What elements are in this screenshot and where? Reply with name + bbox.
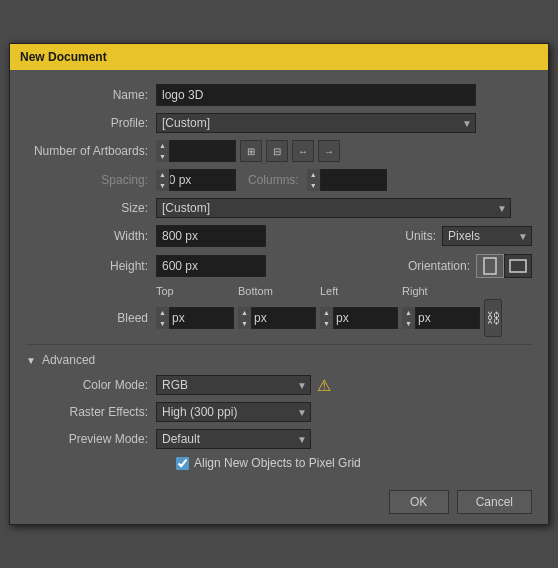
advanced-toggle[interactable]: ▼ Advanced	[26, 353, 532, 367]
units-select[interactable]: PixelsInchesCentimetersMillimetersPoints	[442, 226, 532, 246]
units-label: Units:	[405, 229, 436, 243]
size-row: Size: [Custom]LetterA4A31024x768 ▼	[26, 198, 532, 218]
height-label: Height:	[26, 259, 156, 273]
columns-label: Columns:	[248, 173, 299, 187]
raster-select[interactable]: Screen (72 ppi)Medium (150 ppi)High (300…	[156, 402, 311, 422]
arrange-by-row-button[interactable]: ↔	[292, 140, 314, 162]
align-checkbox[interactable]	[176, 457, 189, 470]
footer-row: OK Cancel	[26, 482, 532, 514]
landscape-button[interactable]	[504, 254, 532, 278]
name-row: Name:	[26, 84, 532, 106]
columns-stepper-btns: ▲ ▼	[307, 169, 321, 191]
advanced-section: ▼ Advanced Color Mode: RGBCMYK ▼ ⚠ Raste…	[26, 344, 532, 470]
bleed-left-col-label: Left	[320, 285, 402, 297]
landscape-icon	[509, 259, 527, 273]
bleed-right-decrement[interactable]: ▼	[402, 318, 415, 329]
columns-decrement-button[interactable]: ▼	[307, 180, 320, 191]
cancel-button[interactable]: Cancel	[457, 490, 532, 514]
spacing-decrement-button[interactable]: ▼	[156, 180, 169, 191]
color-mode-row: Color Mode: RGBCMYK ▼ ⚠	[46, 375, 532, 395]
align-checkbox-label: Align New Objects to Pixel Grid	[194, 456, 361, 470]
size-select-wrap: [Custom]LetterA4A31024x768 ▼	[156, 198, 511, 218]
bleed-bottom-decrement[interactable]: ▼	[238, 318, 251, 329]
profile-label: Profile:	[26, 116, 156, 130]
bleed-top-col-label: Top	[156, 285, 238, 297]
ok-button[interactable]: OK	[389, 490, 449, 514]
bleed-inputs-row: Bleed ▲ ▼ ▲ ▼	[26, 299, 532, 337]
advanced-triangle-icon: ▼	[26, 355, 36, 366]
svg-rect-1	[510, 260, 526, 272]
bleed-section: Top Bottom Left Right Bleed ▲ ▼	[26, 285, 532, 337]
orientation-group: Orientation:	[408, 254, 532, 278]
bleed-right-wrap: ▲ ▼	[402, 307, 480, 329]
bleed-right-col-label: Right	[402, 285, 484, 297]
bleed-top-increment[interactable]: ▲	[156, 307, 169, 318]
raster-label: Raster Effects:	[46, 405, 156, 419]
portrait-icon	[483, 257, 497, 275]
bleed-label: Bleed	[26, 311, 156, 325]
height-orientation-row: Height: Orientation:	[26, 254, 532, 278]
new-document-dialog: New Document Name: Profile: [Custom]Prin…	[9, 43, 549, 525]
bleed-left-decrement[interactable]: ▼	[320, 318, 333, 329]
spacing-label: Spacing:	[26, 173, 156, 187]
size-select[interactable]: [Custom]LetterA4A31024x768	[156, 198, 511, 218]
align-checkbox-row: Align New Objects to Pixel Grid	[176, 456, 532, 470]
bleed-top-wrap: ▲ ▼	[156, 307, 234, 329]
raster-select-wrap: Screen (72 ppi)Medium (150 ppi)High (300…	[156, 402, 311, 422]
bleed-bottom-increment[interactable]: ▲	[238, 307, 251, 318]
width-input[interactable]	[156, 225, 266, 247]
units-group: Units: PixelsInchesCentimetersMillimeter…	[405, 226, 532, 246]
bleed-right-btns: ▲ ▼	[402, 307, 416, 329]
color-mode-select-wrap: RGBCMYK ▼	[156, 375, 311, 395]
bleed-right-increment[interactable]: ▲	[402, 307, 415, 318]
bleed-fields: ▲ ▼ ▲ ▼ ▲	[156, 299, 502, 337]
spacing-stepper-btns: ▲ ▼	[156, 169, 170, 191]
artboards-stepper-btns: ▲ ▼	[156, 140, 170, 162]
name-input[interactable]	[156, 84, 476, 106]
grid-by-col-button[interactable]: ⊟	[266, 140, 288, 162]
profile-select-wrap: [Custom]PrintWebMobileVideo and Film ▼	[156, 113, 476, 133]
bleed-left-increment[interactable]: ▲	[320, 307, 333, 318]
columns-increment-button[interactable]: ▲	[307, 169, 320, 180]
artboard-controls: ▲ ▼ ⊞ ⊟ ↔ →	[156, 140, 340, 162]
arrange-right-button[interactable]: →	[318, 140, 340, 162]
preview-row: Preview Mode: DefaultPixelOverprint ▼	[46, 429, 532, 449]
artboards-increment-button[interactable]: ▲	[156, 140, 169, 151]
bleed-left-wrap: ▲ ▼	[320, 307, 398, 329]
grid-layout-button[interactable]: ⊞	[240, 140, 262, 162]
portrait-button[interactable]	[476, 254, 504, 278]
width-label: Width:	[26, 229, 156, 243]
bleed-left-btns: ▲ ▼	[320, 307, 334, 329]
artboards-decrement-button[interactable]: ▼	[156, 151, 169, 162]
advanced-content: Color Mode: RGBCMYK ▼ ⚠ Raster Effects: …	[26, 375, 532, 470]
bleed-header-labels: Top Bottom Left Right	[156, 285, 484, 297]
bleed-bottom-col-label: Bottom	[238, 285, 320, 297]
svg-rect-0	[484, 258, 496, 274]
name-label: Name:	[26, 88, 156, 102]
height-input[interactable]	[156, 255, 266, 277]
preview-select-wrap: DefaultPixelOverprint ▼	[156, 429, 311, 449]
advanced-label: Advanced	[42, 353, 95, 367]
orientation-label: Orientation:	[408, 259, 470, 273]
color-mode-select[interactable]: RGBCMYK	[156, 375, 311, 395]
color-mode-label: Color Mode:	[46, 378, 156, 392]
artboards-stepper: ▲ ▼	[156, 140, 236, 162]
spacing-increment-button[interactable]: ▲	[156, 169, 169, 180]
units-select-wrap: PixelsInchesCentimetersMillimetersPoints…	[442, 226, 532, 246]
artboards-label: Number of Artboards:	[26, 144, 156, 158]
bleed-bottom-wrap: ▲ ▼	[238, 307, 316, 329]
dialog-body: Name: Profile: [Custom]PrintWebMobileVid…	[10, 70, 548, 524]
bleed-bottom-btns: ▲ ▼	[238, 307, 252, 329]
spacing-row: Spacing: ▲ ▼ Columns: ▲ ▼	[26, 169, 532, 191]
dialog-title: New Document	[20, 50, 107, 64]
preview-label: Preview Mode:	[46, 432, 156, 446]
bleed-link-button[interactable]: ⛓	[484, 299, 502, 337]
columns-stepper: ▲ ▼	[307, 169, 387, 191]
artboards-row: Number of Artboards: ▲ ▼ ⊞ ⊟ ↔ →	[26, 140, 532, 162]
spacing-stepper: ▲ ▼	[156, 169, 236, 191]
bleed-top-btns: ▲ ▼	[156, 307, 170, 329]
profile-select[interactable]: [Custom]PrintWebMobileVideo and Film	[156, 113, 476, 133]
title-bar: New Document	[10, 44, 548, 70]
bleed-top-decrement[interactable]: ▼	[156, 318, 169, 329]
preview-select[interactable]: DefaultPixelOverprint	[156, 429, 311, 449]
